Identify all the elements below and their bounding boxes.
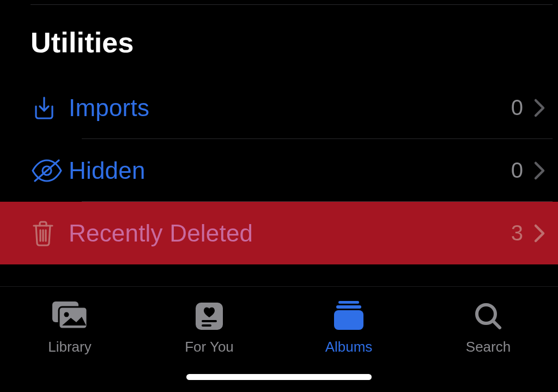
utilities-list: Imports 0 Hidden 0 [0, 76, 558, 264]
download-box-icon [31, 94, 69, 122]
tab-albums[interactable]: Albums [294, 297, 403, 355]
chevron-right-icon [529, 224, 550, 243]
svg-rect-7 [338, 301, 359, 304]
tab-search[interactable]: Search [434, 297, 543, 355]
tab-library[interactable]: Library [15, 297, 124, 355]
tab-label: Search [466, 339, 511, 355]
home-indicator[interactable] [186, 374, 372, 380]
utilities-row-hidden[interactable]: Hidden 0 [0, 139, 558, 202]
svg-rect-6 [202, 324, 211, 327]
divider [31, 4, 553, 5]
chevron-right-icon [529, 98, 550, 118]
library-icon [48, 297, 92, 332]
section-title: Utilities [31, 26, 134, 59]
albums-icon [331, 297, 367, 332]
utilities-row-count: 0 [511, 158, 523, 183]
svg-rect-9 [334, 310, 363, 330]
utilities-row-imports[interactable]: Imports 0 [0, 76, 558, 139]
tab-label: Albums [325, 339, 373, 355]
photos-albums-utilities-screen: Utilities Imports 0 [0, 0, 558, 392]
tab-label: For You [185, 339, 234, 355]
utilities-row-label: Recently Deleted [69, 220, 253, 247]
utilities-row-label: Hidden [69, 157, 145, 184]
svg-rect-8 [336, 305, 361, 309]
foryou-icon [193, 297, 225, 332]
trash-icon [31, 219, 69, 248]
svg-point-3 [64, 312, 69, 317]
utilities-row-count: 3 [511, 221, 523, 245]
chevron-right-icon [529, 161, 550, 180]
tab-label: Library [48, 339, 91, 355]
tab-for-you[interactable]: For You [155, 297, 264, 355]
svg-rect-5 [202, 320, 217, 322]
utilities-row-count: 0 [511, 95, 523, 120]
utilities-row-label: Imports [69, 94, 149, 122]
search-icon [472, 297, 504, 332]
utilities-row-recently-deleted[interactable]: Recently Deleted 3 [0, 202, 558, 264]
eye-slash-icon [31, 157, 69, 184]
